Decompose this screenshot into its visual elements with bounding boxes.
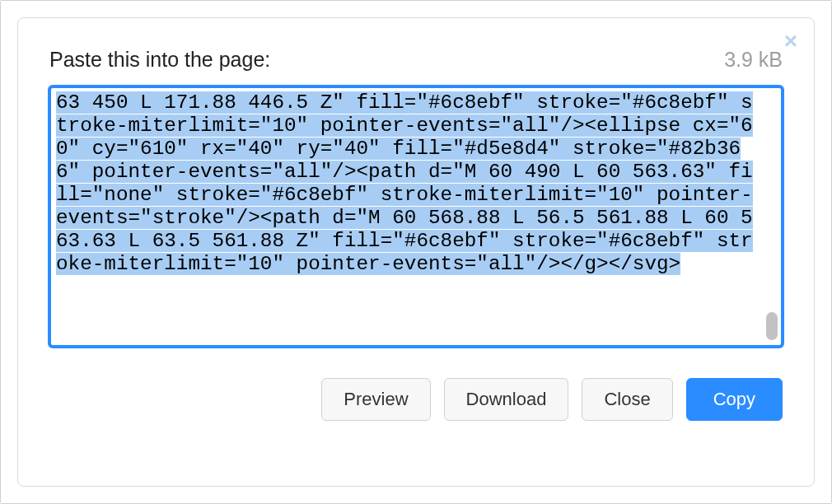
instruction-label: Paste this into the page: <box>49 48 270 72</box>
app-window: × Paste this into the page: 3.9 kB 63 45… <box>0 0 832 504</box>
dialog-header: Paste this into the page: 3.9 kB <box>48 48 784 72</box>
code-content[interactable]: 63 450 L 171.88 446.5 Z" fill="#6c8ebf" … <box>56 91 763 276</box>
export-dialog: × Paste this into the page: 3.9 kB 63 45… <box>17 17 815 487</box>
scrollbar-thumb[interactable] <box>766 312 778 340</box>
dialog-buttons: Preview Download Close Copy <box>48 378 784 421</box>
file-size-label: 3.9 kB <box>724 48 783 72</box>
scrollbar-track[interactable] <box>766 93 778 340</box>
download-button[interactable]: Download <box>444 378 569 421</box>
code-textarea-container: 63 450 L 171.88 446.5 Z" fill="#6c8ebf" … <box>48 85 784 348</box>
copy-button[interactable]: Copy <box>686 378 783 421</box>
close-button[interactable]: Close <box>582 378 672 421</box>
preview-button[interactable]: Preview <box>321 378 430 421</box>
close-icon[interactable]: × <box>784 30 797 53</box>
